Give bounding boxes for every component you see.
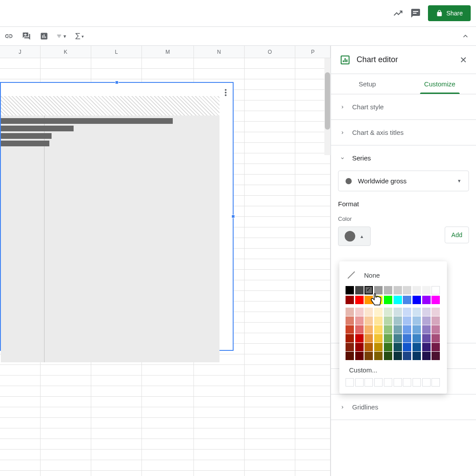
color-swatch[interactable] bbox=[413, 286, 421, 294]
color-swatch[interactable] bbox=[413, 343, 421, 351]
cell[interactable] bbox=[142, 439, 193, 449]
cell[interactable] bbox=[295, 185, 331, 195]
color-swatch[interactable] bbox=[384, 296, 392, 304]
color-swatch[interactable] bbox=[355, 325, 364, 334]
color-swatch[interactable] bbox=[384, 334, 392, 342]
column-header[interactable]: M bbox=[142, 46, 193, 58]
cell[interactable] bbox=[245, 185, 295, 195]
cell[interactable] bbox=[142, 407, 193, 417]
color-swatch[interactable] bbox=[394, 343, 402, 351]
insert-comment-icon[interactable] bbox=[21, 31, 32, 41]
cell[interactable] bbox=[295, 354, 331, 364]
color-swatch[interactable] bbox=[413, 352, 421, 360]
cell[interactable] bbox=[41, 407, 91, 417]
cell[interactable] bbox=[295, 238, 331, 248]
cell[interactable] bbox=[295, 323, 331, 333]
cell[interactable] bbox=[0, 397, 41, 407]
filter-icon[interactable]: ▼ bbox=[56, 31, 67, 41]
cell[interactable] bbox=[245, 122, 295, 132]
cell[interactable] bbox=[245, 397, 295, 407]
custom-color-slot[interactable] bbox=[394, 378, 402, 387]
color-swatch[interactable] bbox=[413, 334, 421, 342]
column-header[interactable]: O bbox=[245, 46, 295, 58]
cell[interactable] bbox=[245, 79, 295, 89]
cell[interactable] bbox=[295, 471, 331, 476]
cell[interactable] bbox=[41, 418, 91, 428]
cell[interactable] bbox=[295, 418, 331, 428]
cell[interactable] bbox=[91, 397, 142, 407]
cell[interactable] bbox=[245, 175, 295, 185]
cell[interactable] bbox=[295, 397, 331, 407]
color-swatch[interactable] bbox=[364, 334, 373, 342]
cell[interactable] bbox=[245, 365, 295, 375]
cell[interactable] bbox=[245, 164, 295, 174]
cell[interactable] bbox=[295, 460, 331, 470]
cell[interactable] bbox=[0, 439, 41, 449]
cell[interactable] bbox=[295, 259, 331, 269]
color-swatch[interactable] bbox=[422, 325, 431, 334]
cell[interactable] bbox=[295, 291, 331, 301]
color-swatch[interactable] bbox=[374, 334, 383, 342]
tab-customize[interactable]: Customize bbox=[404, 74, 476, 94]
color-swatch[interactable] bbox=[364, 352, 373, 360]
color-swatch[interactable] bbox=[422, 316, 431, 325]
color-swatch[interactable] bbox=[431, 325, 440, 334]
custom-color-slot[interactable] bbox=[355, 378, 364, 387]
cell[interactable] bbox=[295, 344, 331, 354]
cell[interactable] bbox=[245, 259, 295, 269]
cell[interactable] bbox=[295, 280, 331, 290]
cell[interactable] bbox=[245, 312, 295, 322]
tab-setup[interactable]: Setup bbox=[331, 74, 404, 94]
cell[interactable] bbox=[91, 418, 142, 428]
color-swatch[interactable] bbox=[394, 286, 402, 294]
cell[interactable] bbox=[194, 471, 245, 476]
color-swatch[interactable] bbox=[403, 334, 411, 342]
cell[interactable] bbox=[245, 100, 295, 111]
comments-icon[interactable] bbox=[410, 8, 421, 19]
cell[interactable] bbox=[245, 249, 295, 259]
insert-chart-icon[interactable] bbox=[39, 31, 49, 41]
cell[interactable] bbox=[41, 428, 91, 439]
cell[interactable] bbox=[245, 270, 295, 280]
cell[interactable] bbox=[295, 386, 331, 396]
color-swatch[interactable] bbox=[403, 296, 411, 304]
cell[interactable] bbox=[41, 69, 91, 79]
column-header[interactable]: P bbox=[295, 46, 331, 58]
section-chart-style[interactable]: Chart style bbox=[331, 94, 476, 120]
embedded-chart[interactable] bbox=[0, 82, 234, 351]
share-button[interactable]: Share bbox=[428, 5, 471, 21]
cell[interactable] bbox=[245, 90, 295, 100]
color-swatch[interactable] bbox=[364, 296, 373, 304]
color-swatch[interactable] bbox=[403, 352, 411, 360]
color-swatch[interactable] bbox=[346, 308, 354, 316]
cell[interactable] bbox=[0, 418, 41, 428]
color-swatch[interactable] bbox=[355, 286, 364, 294]
chart-bar[interactable] bbox=[1, 118, 173, 124]
color-swatch[interactable] bbox=[422, 296, 431, 304]
cell[interactable] bbox=[295, 196, 331, 206]
color-swatch[interactable] bbox=[403, 316, 411, 325]
color-swatch[interactable] bbox=[422, 352, 431, 360]
section-gridlines[interactable]: Gridlines bbox=[331, 394, 476, 420]
cell[interactable] bbox=[245, 471, 295, 476]
cell[interactable] bbox=[295, 164, 331, 174]
color-swatch[interactable] bbox=[355, 352, 364, 360]
cell[interactable] bbox=[142, 376, 193, 386]
color-swatch[interactable] bbox=[364, 325, 373, 334]
custom-color-slot[interactable] bbox=[413, 378, 421, 387]
cell[interactable] bbox=[194, 418, 245, 428]
chart-bar[interactable] bbox=[1, 141, 49, 146]
cell[interactable] bbox=[245, 227, 295, 238]
cell[interactable] bbox=[295, 407, 331, 417]
cell[interactable] bbox=[0, 407, 41, 417]
explore-icon[interactable] bbox=[393, 8, 403, 19]
cell[interactable] bbox=[295, 333, 331, 343]
color-swatch[interactable] bbox=[431, 334, 440, 342]
cell[interactable] bbox=[245, 153, 295, 164]
cell[interactable] bbox=[91, 376, 142, 386]
cell[interactable] bbox=[91, 471, 142, 476]
resize-handle[interactable] bbox=[115, 81, 119, 84]
column-header[interactable]: K bbox=[41, 46, 91, 58]
color-swatch[interactable] bbox=[355, 308, 364, 316]
color-swatch[interactable] bbox=[394, 296, 402, 304]
